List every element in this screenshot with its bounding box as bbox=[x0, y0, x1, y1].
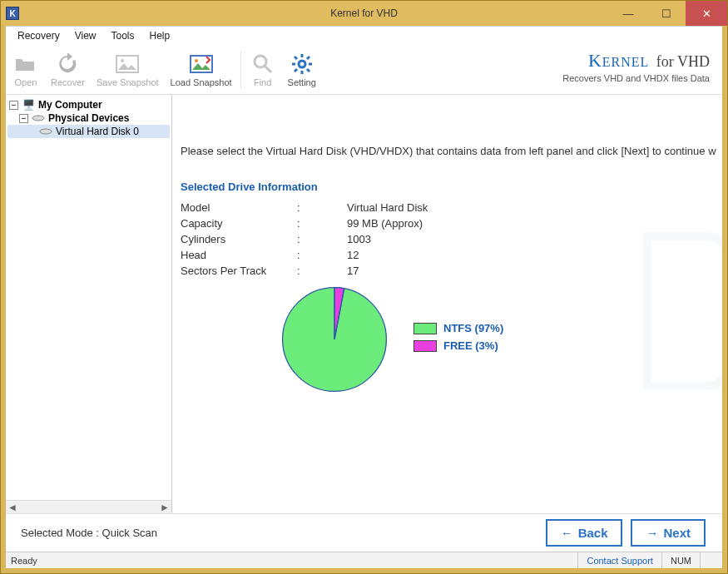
toolbar-separator bbox=[240, 51, 241, 89]
status-ready: Ready bbox=[11, 556, 37, 566]
folder-open-icon bbox=[14, 52, 37, 76]
tree-label: My Computer bbox=[38, 99, 102, 111]
legend-swatch-free bbox=[414, 340, 437, 352]
svg-line-13 bbox=[295, 69, 297, 72]
footer: Selected Mode : Quick Scan ← Back → Next bbox=[6, 513, 722, 552]
menu-help[interactable]: Help bbox=[143, 28, 177, 43]
svg-point-6 bbox=[299, 61, 305, 67]
window-title: Kernel for VHD bbox=[330, 7, 398, 19]
menu-view[interactable]: View bbox=[68, 28, 103, 43]
background-disk-icon bbox=[639, 228, 722, 394]
legend-swatch-ntfs bbox=[414, 323, 437, 334]
brand-k: K bbox=[588, 50, 602, 71]
tree-vhd-0[interactable]: Virtual Hard Disk 0 bbox=[7, 125, 170, 138]
svg-point-4 bbox=[255, 56, 266, 67]
svg-point-16 bbox=[40, 129, 52, 134]
info-colon: : bbox=[297, 201, 347, 214]
computer-icon: 🖥️ bbox=[22, 100, 35, 110]
load-snapshot-button[interactable]: Load Snapshot bbox=[166, 51, 237, 89]
collapse-icon[interactable]: − bbox=[19, 114, 28, 123]
disk-icon bbox=[39, 126, 52, 136]
image-icon bbox=[116, 52, 139, 76]
info-colon: : bbox=[297, 233, 347, 245]
gear-icon bbox=[290, 52, 314, 76]
toolbar-label: Recover bbox=[51, 77, 85, 87]
info-value: 17 bbox=[347, 265, 359, 277]
info-value: 99 MB (Approx) bbox=[347, 217, 423, 230]
setting-button[interactable]: Setting bbox=[283, 51, 321, 89]
tree-scrollbar[interactable]: ◄ ► bbox=[6, 500, 171, 513]
scroll-right-icon[interactable]: ► bbox=[158, 502, 171, 513]
svg-point-15 bbox=[32, 116, 44, 121]
open-button: Open bbox=[7, 51, 44, 89]
minimize-button[interactable]: — bbox=[609, 1, 647, 26]
selected-mode-text: Selected Mode : Quick Scan bbox=[14, 527, 157, 539]
tree-label: Virtual Hard Disk 0 bbox=[56, 126, 139, 137]
info-row-model: Model : Virtual Hard Disk bbox=[181, 201, 722, 214]
scroll-left-icon[interactable]: ◄ bbox=[6, 502, 19, 513]
menubar: Recovery View Tools Help bbox=[6, 27, 722, 45]
maximize-button[interactable]: ☐ bbox=[647, 1, 686, 26]
menu-recovery[interactable]: Recovery bbox=[11, 28, 67, 43]
info-key: Model bbox=[181, 201, 297, 214]
section-title: Selected Drive Information bbox=[181, 181, 722, 193]
info-key: Cylinders bbox=[181, 233, 297, 245]
main-pane: Please select the Virtual Hard Disk (VHD… bbox=[172, 95, 722, 513]
save-snapshot-button: Save Snapshot bbox=[92, 51, 164, 89]
info-colon: : bbox=[297, 265, 347, 277]
menu-tools[interactable]: Tools bbox=[104, 28, 141, 43]
brand-rest: ERNEL bbox=[602, 55, 650, 69]
brand-logo: KERNEL for VHD Recovers VHD and VHDX fil… bbox=[562, 50, 710, 83]
info-value: 1003 bbox=[347, 233, 371, 245]
status-grip bbox=[700, 552, 717, 568]
brand-tagline: Recovers VHD and VHDX files Data bbox=[562, 73, 710, 83]
app-icon: K bbox=[6, 7, 19, 20]
close-button[interactable]: ✕ bbox=[686, 1, 727, 26]
info-key: Capacity bbox=[181, 217, 297, 230]
image-load-icon bbox=[190, 52, 213, 76]
info-key: Sectors Per Track bbox=[181, 265, 297, 277]
svg-point-1 bbox=[121, 59, 124, 62]
back-button[interactable]: ← Back bbox=[546, 519, 623, 547]
contact-support-link[interactable]: Contact Support bbox=[587, 556, 653, 566]
pie-legend: NTFS (97%) FREE (3%) bbox=[414, 322, 503, 357]
toolbar-label: Load Snapshot bbox=[171, 77, 232, 87]
toolbar-label: Find bbox=[254, 77, 271, 87]
legend-ntfs: NTFS (97%) bbox=[414, 322, 503, 334]
next-button[interactable]: → Next bbox=[631, 519, 706, 547]
legend-label: NTFS (97%) bbox=[443, 322, 503, 334]
brand-suffix: for VHD bbox=[652, 53, 710, 70]
toolbar-label: Setting bbox=[288, 77, 316, 87]
arrow-right-icon: → bbox=[646, 526, 658, 540]
collapse-icon[interactable]: − bbox=[9, 101, 18, 110]
svg-line-12 bbox=[307, 69, 310, 72]
refresh-icon bbox=[56, 52, 79, 76]
tree-label: Physical Devices bbox=[48, 112, 129, 124]
svg-line-11 bbox=[295, 57, 297, 59]
button-label: Back bbox=[578, 526, 608, 540]
info-key: Head bbox=[181, 249, 297, 261]
info-value: Virtual Hard Disk bbox=[347, 201, 428, 214]
disk-icon bbox=[32, 113, 45, 123]
pie-chart bbox=[280, 285, 389, 393]
legend-label: FREE (3%) bbox=[443, 339, 498, 352]
info-value: 12 bbox=[347, 249, 359, 261]
svg-line-5 bbox=[265, 66, 271, 72]
statusbar: Ready Contact Support NUM bbox=[6, 552, 722, 568]
legend-free: FREE (3%) bbox=[414, 339, 503, 352]
titlebar[interactable]: K Kernel for VHD — ☐ ✕ bbox=[1, 1, 727, 26]
toolbar: Open Recover Save Snapshot Load Snapshot bbox=[6, 45, 722, 95]
recover-button: Recover bbox=[46, 51, 90, 89]
svg-point-3 bbox=[195, 59, 198, 62]
status-num: NUM bbox=[661, 552, 700, 568]
info-colon: : bbox=[297, 249, 347, 261]
find-button: Find bbox=[245, 51, 281, 89]
tree-physical-devices[interactable]: − Physical Devices bbox=[7, 111, 170, 125]
toolbar-label: Open bbox=[15, 77, 37, 87]
svg-line-14 bbox=[307, 57, 310, 59]
tree-root[interactable]: − 🖥️ My Computer bbox=[7, 98, 170, 111]
arrow-left-icon: ← bbox=[561, 526, 573, 540]
instruction-text: Please select the Virtual Hard Disk (VHD… bbox=[181, 145, 722, 157]
tree-pane: − 🖥️ My Computer − Physical Devices Virt… bbox=[6, 95, 172, 513]
toolbar-label: Save Snapshot bbox=[97, 77, 159, 87]
